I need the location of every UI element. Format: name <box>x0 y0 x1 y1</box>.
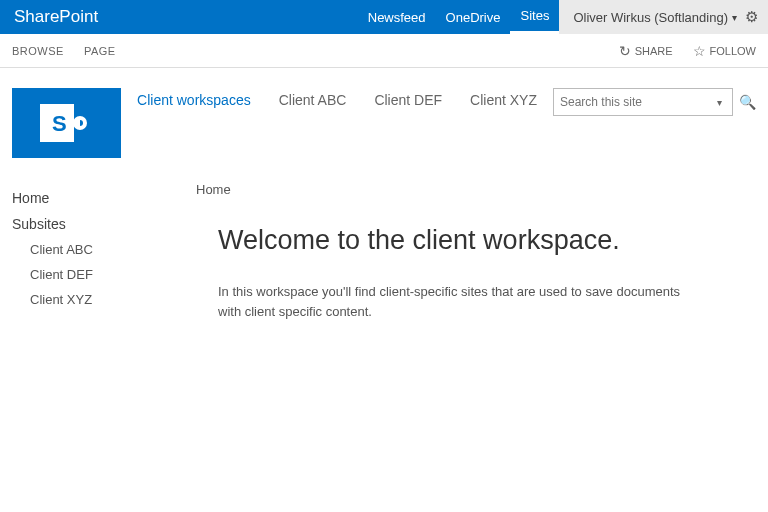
svg-rect-4 <box>70 120 80 126</box>
leftnav-subsites[interactable]: Subsites <box>12 216 182 232</box>
ribbon: BROWSE PAGE ↻ SHARE ☆ FOLLOW <box>0 34 768 68</box>
follow-label: FOLLOW <box>710 45 756 57</box>
leftnav-sub-client-xyz[interactable]: Client XYZ <box>30 292 182 307</box>
suite-link-newsfeed[interactable]: Newsfeed <box>358 0 436 34</box>
leftnav-sub-client-abc[interactable]: Client ABC <box>30 242 182 257</box>
search-input[interactable] <box>560 95 713 109</box>
share-button[interactable]: ↻ SHARE <box>619 43 673 59</box>
top-nav: Client workspaces Client ABC Client DEF … <box>137 88 537 108</box>
follow-button[interactable]: ☆ FOLLOW <box>693 43 756 59</box>
content-area: Home Welcome to the client workspace. In… <box>182 182 756 321</box>
gear-icon[interactable]: ⚙ <box>745 8 758 26</box>
search-scope-dropdown[interactable]: ▾ <box>713 97 726 108</box>
suite-link-onedrive[interactable]: OneDrive <box>436 0 511 34</box>
leftnav-sub-client-def[interactable]: Client DEF <box>30 267 182 282</box>
page-body: In this workspace you'll find client-spe… <box>218 282 698 321</box>
page-title: Welcome to the client workspace. <box>218 225 756 256</box>
ribbon-tab-page[interactable]: PAGE <box>84 45 116 57</box>
sharepoint-icon: S <box>40 100 94 146</box>
user-menu[interactable]: Oliver Wirkus (Softlanding) ▾ <box>573 10 737 25</box>
topnav-client-abc[interactable]: Client ABC <box>279 92 347 108</box>
topnav-client-workspaces[interactable]: Client workspaces <box>137 92 251 108</box>
suite-bar: SharePoint Newsfeed OneDrive Sites Olive… <box>0 0 768 34</box>
search-box: ▾ <box>553 88 733 116</box>
breadcrumb: Home <box>196 182 756 197</box>
caret-down-icon: ▾ <box>732 12 737 23</box>
suite-link-sites[interactable]: Sites <box>510 0 559 34</box>
share-icon: ↻ <box>619 43 631 59</box>
search-icon[interactable]: 🔍 <box>739 94 756 110</box>
share-label: SHARE <box>635 45 673 57</box>
topnav-client-xyz[interactable]: Client XYZ <box>470 92 537 108</box>
ribbon-tab-browse[interactable]: BROWSE <box>12 45 64 57</box>
suite-right: Oliver Wirkus (Softlanding) ▾ ⚙ <box>559 0 768 34</box>
star-icon: ☆ <box>693 43 706 59</box>
svg-text:S: S <box>52 111 67 136</box>
header-row: S Client workspaces Client ABC Client DE… <box>0 68 768 170</box>
brand-label: SharePoint <box>0 0 112 34</box>
suite-links: Newsfeed OneDrive Sites <box>358 0 560 34</box>
site-logo[interactable]: S <box>12 88 121 158</box>
search-wrap: ▾ 🔍 <box>553 88 756 116</box>
body-row: Home Subsites Client ABC Client DEF Clie… <box>0 170 768 333</box>
user-name: Oliver Wirkus (Softlanding) <box>573 10 728 25</box>
topnav-client-def[interactable]: Client DEF <box>374 92 442 108</box>
left-nav: Home Subsites Client ABC Client DEF Clie… <box>12 182 182 321</box>
leftnav-home[interactable]: Home <box>12 190 182 206</box>
